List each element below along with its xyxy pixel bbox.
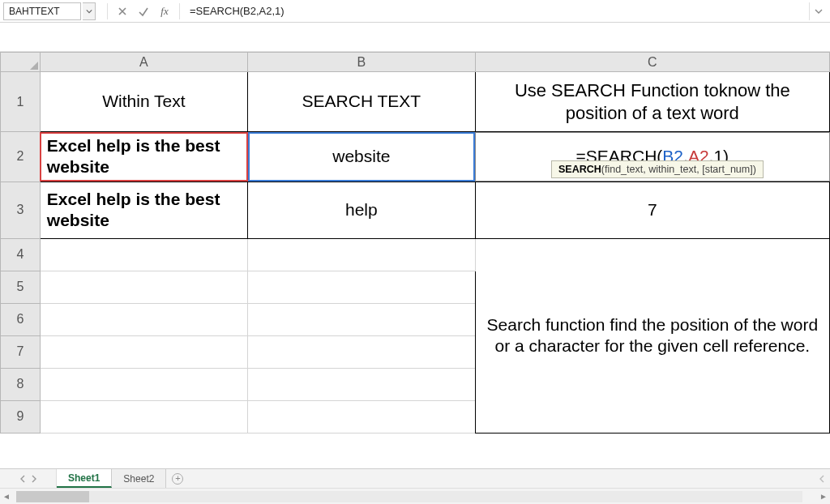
row-header-6[interactable]: 6 xyxy=(1,303,41,335)
cell-C1[interactable]: Use SEARCH Function toknow the position … xyxy=(475,72,829,132)
grid: A B C 1 Within Text SEARCH TEXT Use SEAR… xyxy=(0,52,830,434)
cell-A4[interactable] xyxy=(40,238,247,271)
tooltip-function-name: SEARCH xyxy=(558,164,601,175)
cell-A7[interactable] xyxy=(40,335,247,368)
cell-A9[interactable] xyxy=(40,400,247,433)
expand-formula-bar-button[interactable] xyxy=(809,2,827,20)
separator xyxy=(179,3,180,19)
scroll-track[interactable] xyxy=(16,491,802,502)
check-icon xyxy=(138,6,149,17)
name-box[interactable]: BAHTTEXT xyxy=(3,2,81,20)
row-header-5[interactable]: 5 xyxy=(1,271,41,303)
cell-A6[interactable] xyxy=(40,303,247,335)
cell-A5[interactable] xyxy=(40,271,247,303)
row-header-3[interactable]: 3 xyxy=(1,182,41,238)
name-box-dropdown[interactable] xyxy=(83,2,96,20)
horizontal-scrollbar[interactable]: ◄ ► xyxy=(0,488,830,504)
cell-B9[interactable] xyxy=(248,400,476,433)
insert-function-button[interactable]: fx xyxy=(155,5,174,18)
tab-bar-spacer xyxy=(189,469,798,488)
cell-B6[interactable] xyxy=(248,303,476,335)
cell-A3[interactable]: Excel help is the best website xyxy=(40,182,247,238)
chevron-left-icon xyxy=(819,475,825,483)
chevron-right-icon xyxy=(31,475,37,483)
ribbon-collapsed-spacer xyxy=(0,23,830,52)
column-header-C[interactable]: C xyxy=(475,53,829,72)
select-all-corner[interactable] xyxy=(1,53,41,72)
cell-C3[interactable]: 7 xyxy=(475,182,829,238)
sheet-tab-sheet2[interactable]: Sheet2 xyxy=(112,469,166,488)
row-header-1[interactable]: 1 xyxy=(1,72,41,132)
column-header-B[interactable]: B xyxy=(248,53,476,72)
chevron-down-icon xyxy=(86,8,92,15)
tab-scroll-indicator xyxy=(798,469,830,488)
enter-formula-button[interactable] xyxy=(134,2,153,20)
cell-B8[interactable] xyxy=(248,368,476,400)
row-header-9[interactable]: 9 xyxy=(1,400,41,433)
row-header-2[interactable]: 2 xyxy=(1,132,41,182)
cell-B4[interactable] xyxy=(248,238,476,271)
tab-navigation[interactable] xyxy=(0,469,57,488)
separator xyxy=(107,3,108,19)
row-header-4[interactable]: 4 xyxy=(1,238,41,271)
close-icon xyxy=(117,6,128,17)
name-box-value: BAHTTEXT xyxy=(9,6,60,17)
sheet-tab-sheet1[interactable]: Sheet1 xyxy=(57,469,112,488)
cell-B7[interactable] xyxy=(248,335,476,368)
cell-B5[interactable] xyxy=(248,271,476,303)
scroll-left-arrow[interactable]: ◄ xyxy=(0,492,13,501)
cell-A8[interactable] xyxy=(40,368,247,400)
add-sheet-button[interactable]: + xyxy=(166,469,189,488)
tooltip-function-signature: (find_text, within_text, [start_num]) xyxy=(601,164,756,175)
formula-bar: BAHTTEXT fx xyxy=(0,0,830,23)
scroll-right-arrow[interactable]: ► xyxy=(817,492,830,501)
cell-A2[interactable]: Excel help is the best website xyxy=(40,132,247,182)
chevron-left-icon xyxy=(19,475,26,483)
cancel-formula-button[interactable] xyxy=(113,2,132,20)
function-tooltip: SEARCH(find_text, within_text, [start_nu… xyxy=(551,160,764,178)
worksheet-area: A B C 1 Within Text SEARCH TEXT Use SEAR… xyxy=(0,52,830,468)
cell-B1[interactable]: SEARCH TEXT xyxy=(248,72,476,132)
cell-B3[interactable]: help xyxy=(248,182,476,238)
row-header-8[interactable]: 8 xyxy=(1,368,41,400)
select-all-triangle-icon xyxy=(30,62,38,70)
cell-A1[interactable]: Within Text xyxy=(40,72,247,132)
cell-B2[interactable]: website xyxy=(248,132,476,182)
row-header-7[interactable]: 7 xyxy=(1,335,41,368)
scroll-thumb[interactable] xyxy=(16,491,89,502)
sheet-tab-bar: Sheet1 Sheet2 + xyxy=(0,468,830,488)
column-header-A[interactable]: A xyxy=(40,53,247,72)
formula-input[interactable] xyxy=(185,2,807,20)
plus-icon: + xyxy=(172,473,183,485)
chevron-down-icon xyxy=(815,7,823,15)
cell-C4-merged[interactable]: Search function find the position of the… xyxy=(475,238,829,433)
